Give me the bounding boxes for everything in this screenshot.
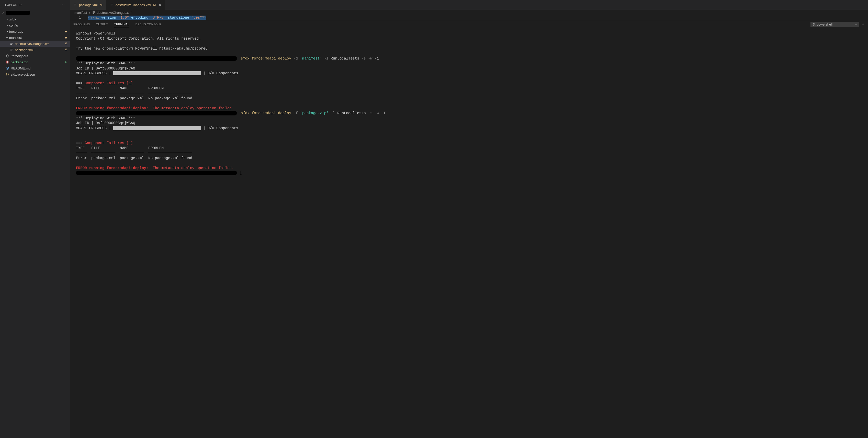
git-badge: M — [65, 42, 67, 45]
close-icon[interactable]: × — [159, 3, 161, 7]
panel-tab-problems[interactable]: PROBLEMS — [73, 22, 90, 27]
explorer-sidebar: EXPLORER ··· .sfdxconfigforce-app●manife… — [0, 0, 70, 438]
folder-force-app[interactable]: force-app● — [0, 28, 70, 34]
git-badge: U — [65, 60, 67, 64]
git-badge: M — [100, 3, 102, 7]
file-icon — [92, 11, 96, 14]
chevron-right-icon — [5, 18, 9, 21]
breadcrumb-item[interactable]: manifest — [74, 11, 87, 14]
folder-config[interactable]: config — [0, 22, 70, 28]
terminal-output[interactable]: Windows PowerShell Copyright (C) Microso… — [70, 29, 868, 438]
new-terminal-icon[interactable]: + — [862, 22, 864, 27]
explorer-title: EXPLORER — [5, 3, 22, 6]
more-actions-icon[interactable]: ··· — [60, 3, 65, 7]
file--forceignore[interactable]: .forceignore — [0, 53, 70, 59]
breadcrumbs[interactable]: manifest›destructiveChanges.xml — [70, 10, 868, 15]
chevron-right-icon — [5, 30, 9, 33]
panel-tab-output[interactable]: OUTPUT — [96, 22, 108, 27]
git-badge: ● — [65, 30, 67, 33]
workspace-name-redacted — [6, 11, 30, 15]
file-package-xml[interactable]: package.xmlM — [0, 47, 70, 53]
cursor — [240, 171, 242, 175]
file-icon — [73, 3, 77, 7]
chevron-right-icon — [5, 24, 9, 27]
file-icon — [110, 3, 114, 7]
tab-package-xml[interactable]: package.xmlM — [70, 0, 106, 10]
panel-tab-terminal[interactable]: TERMINAL — [114, 22, 129, 27]
terminal-selector[interactable]: 3: powershell — [810, 22, 859, 27]
git-badge: M — [65, 48, 67, 52]
chevron-down-icon — [5, 36, 9, 39]
file-icon — [5, 54, 10, 58]
panel-tab-debug-console[interactable]: DEBUG CONSOLE — [135, 22, 161, 27]
folder--sfdx[interactable]: .sfdx — [0, 16, 70, 22]
workspace-root[interactable] — [0, 10, 70, 16]
prompt-redacted — [76, 56, 237, 61]
explorer-header: EXPLORER ··· — [0, 0, 70, 10]
breadcrumb-item[interactable]: destructiveChanges.xml — [97, 11, 132, 14]
git-badge: M — [153, 3, 156, 7]
file-icon — [5, 72, 10, 76]
editor-tabs: package.xmlMdestructiveChanges.xmlM× — [70, 0, 868, 10]
folder-manifest[interactable]: manifest● — [0, 34, 70, 41]
file-package-zip[interactable]: package.zipU — [0, 59, 70, 65]
editor-area: package.xmlMdestructiveChanges.xmlM× man… — [70, 0, 868, 438]
line-number: 1 — [74, 15, 81, 20]
file-icon — [5, 60, 10, 64]
file-readme-md[interactable]: README.md — [0, 65, 70, 71]
file-tree: .sfdxconfigforce-app●manifest●destructiv… — [0, 10, 70, 78]
file-icon — [5, 66, 10, 70]
code-editor[interactable]: 1 <?xml version="1.0" encoding="UTF-8" s… — [70, 15, 868, 20]
bottom-panel: PROBLEMSOUTPUTTERMINALDEBUG CONSOLE 3: p… — [70, 20, 868, 438]
panel-tabs: PROBLEMSOUTPUTTERMINALDEBUG CONSOLE 3: p… — [70, 20, 868, 29]
file-sfdx-project-json[interactable]: sfdx-project.json — [0, 71, 70, 77]
svg-rect-1 — [7, 61, 8, 64]
file-icon — [9, 48, 14, 52]
git-badge: ● — [65, 36, 67, 39]
chevron-down-icon — [1, 11, 5, 15]
tab-destructivechanges-xml[interactable]: destructiveChanges.xmlM× — [106, 0, 165, 10]
prompt-redacted — [76, 171, 237, 175]
file-icon — [9, 42, 14, 45]
file-destructivechanges-xml[interactable]: destructiveChanges.xmlM — [0, 41, 70, 47]
prompt-redacted — [76, 111, 237, 115]
